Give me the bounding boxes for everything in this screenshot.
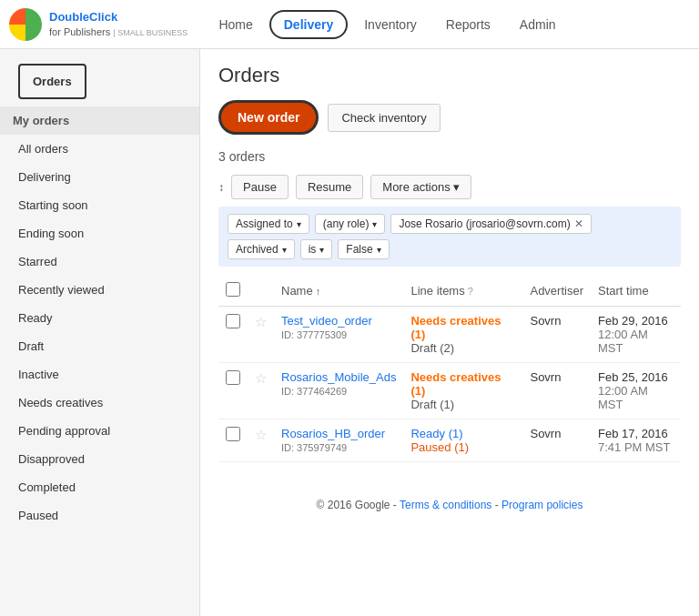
line-items-cell-0: Needs creatives (1)Draft (2) xyxy=(403,307,522,363)
sidebar-item-starting-soon[interactable]: Starting soon xyxy=(0,191,199,219)
start-time-header: Start time xyxy=(591,276,681,307)
sort-arrow-icon[interactable]: ↕ xyxy=(218,181,224,194)
line-items-extra-1: Draft (1) xyxy=(410,398,515,411)
is-filter[interactable]: is ▾ xyxy=(300,239,333,259)
is-arrow-icon: ▾ xyxy=(319,245,324,255)
star-icon-2[interactable]: ☆ xyxy=(255,427,267,442)
advertiser-header: Advertiser xyxy=(522,276,591,307)
sidebar-item-ending-soon[interactable]: Ending soon xyxy=(0,219,199,247)
logo-area: DoubleClick for Publishers | SMALL BUSIN… xyxy=(9,8,187,41)
chevron-down-icon: ▾ xyxy=(453,180,460,194)
terms-link[interactable]: Terms & conditions xyxy=(400,499,491,511)
any-role-label: (any role) xyxy=(323,217,370,230)
archived-filter[interactable]: Archived ▾ xyxy=(228,239,295,259)
advertiser-cell-0: Sovrn xyxy=(522,307,591,363)
sidebar-item-completed[interactable]: Completed xyxy=(0,473,199,501)
any-role-filter[interactable]: (any role) ▾ xyxy=(315,214,386,234)
assigned-to-arrow-icon: ▾ xyxy=(297,219,301,229)
star-icon-1[interactable]: ☆ xyxy=(255,370,267,386)
sidebar-item-recently-viewed[interactable]: Recently viewed xyxy=(0,276,199,304)
table-row: ☆Rosarios_Mobile_AdsID: 377464269Needs c… xyxy=(218,363,681,419)
sidebar-orders-header: Orders xyxy=(18,64,86,99)
user-filter-chip: Jose Rosario (jrosario@sovrn.com) ✕ xyxy=(390,214,591,234)
false-arrow-icon: ▾ xyxy=(377,245,381,255)
layout: Orders My orders All orders Delivering S… xyxy=(0,49,699,616)
nav-delivery[interactable]: Delivery xyxy=(269,10,348,39)
pause-button[interactable]: Pause xyxy=(231,175,289,199)
logo-tag: | SMALL BUSINESS xyxy=(113,28,187,37)
archived-arrow-icon: ▾ xyxy=(282,245,287,255)
assigned-to-filter[interactable]: Assigned to ▾ xyxy=(228,214,309,234)
top-nav: DoubleClick for Publishers | SMALL BUSIN… xyxy=(0,0,699,49)
nav-inventory[interactable]: Inventory xyxy=(351,12,430,37)
remove-user-filter-button[interactable]: ✕ xyxy=(574,217,583,230)
line-items-status-2: Ready (1) xyxy=(410,427,462,440)
false-filter[interactable]: False ▾ xyxy=(338,239,389,259)
row-checkbox-2[interactable] xyxy=(226,427,240,441)
select-all-header xyxy=(218,276,248,307)
name-header: Name ↑ xyxy=(274,276,403,307)
nav-reports[interactable]: Reports xyxy=(433,12,503,37)
resume-button[interactable]: Resume xyxy=(296,175,363,199)
sidebar-item-ready[interactable]: Ready xyxy=(0,304,199,332)
sidebar-item-draft[interactable]: Draft xyxy=(0,332,199,360)
advertiser-cell-1: Sovrn xyxy=(522,363,591,419)
start-time-0: 12:00 AM MST xyxy=(598,328,674,355)
line-items-header: Line items ? xyxy=(403,276,522,307)
orders-table: Name ↑ Line items ? Advertiser Start tim… xyxy=(218,276,681,462)
orders-count: 3 orders xyxy=(218,149,681,164)
row-checkbox-1[interactable] xyxy=(226,370,240,385)
program-policies-link[interactable]: Program policies xyxy=(501,499,582,511)
footer-copyright: © 2016 Google xyxy=(317,499,390,511)
line-items-extra-2: Paused (1) xyxy=(410,440,515,454)
order-name-link-2[interactable]: Rosarios_HB_order xyxy=(281,427,396,440)
assigned-to-label: Assigned to xyxy=(236,217,293,230)
check-inventory-button[interactable]: Check inventory xyxy=(328,104,440,132)
main-nav: Home Delivery Inventory Reports Admin xyxy=(206,10,690,39)
sidebar-item-disapproved[interactable]: Disapproved xyxy=(0,445,199,473)
row-checkbox-0[interactable] xyxy=(226,314,240,328)
line-items-extra-0: Draft (2) xyxy=(410,341,515,355)
false-label: False xyxy=(346,243,372,256)
bulk-actions: ↕ Pause Resume More actions ▾ xyxy=(218,175,681,199)
page-title: Orders xyxy=(218,64,681,87)
sidebar-item-inactive[interactable]: Inactive xyxy=(0,360,199,389)
sidebar: Orders My orders All orders Delivering S… xyxy=(0,49,200,616)
more-actions-button[interactable]: More actions ▾ xyxy=(370,175,471,199)
sidebar-item-starred[interactable]: Starred xyxy=(0,247,199,276)
sidebar-item-paused[interactable]: Paused xyxy=(0,501,199,530)
table-row: ☆Test_video_orderID: 377775309Needs crea… xyxy=(218,307,681,363)
order-name-link-0[interactable]: Test_video_order xyxy=(281,314,396,328)
main-content: Orders New order Check inventory 3 order… xyxy=(200,49,699,616)
sidebar-item-delivering[interactable]: Delivering xyxy=(0,163,199,191)
nav-admin[interactable]: Admin xyxy=(507,12,569,37)
star-icon-0[interactable]: ☆ xyxy=(255,314,267,329)
action-bar: New order Check inventory xyxy=(218,100,681,135)
line-items-cell-1: Needs creatives (1)Draft (1) xyxy=(403,363,522,419)
sidebar-section-title: My orders xyxy=(0,106,199,135)
logo-brand: DoubleClick xyxy=(49,10,117,24)
sidebar-item-pending-approval[interactable]: Pending approval xyxy=(0,417,199,445)
advertiser-cell-2: Sovrn xyxy=(522,419,591,462)
sidebar-item-all-orders[interactable]: All orders xyxy=(0,135,199,163)
logo-subtitle: for Publishers xyxy=(49,26,110,37)
start-date-2: Feb 17, 2016 xyxy=(598,427,674,440)
line-items-help-icon[interactable]: ? xyxy=(468,286,473,297)
new-order-button[interactable]: New order xyxy=(218,100,319,135)
logo-icon xyxy=(9,8,42,41)
filter-row-2: Archived ▾ is ▾ False ▾ xyxy=(228,239,672,259)
line-items-status-1: Needs creatives (1) xyxy=(410,370,501,398)
order-name-link-1[interactable]: Rosarios_Mobile_Ads xyxy=(281,370,396,384)
user-name-label: Jose Rosario (jrosario@sovrn.com) xyxy=(399,217,570,230)
start-time-1: 12:00 AM MST xyxy=(598,384,674,411)
star-header xyxy=(248,276,274,307)
line-items-cell-2: Ready (1)Paused (1) xyxy=(403,419,522,462)
sidebar-item-needs-creatives[interactable]: Needs creatives xyxy=(0,389,199,417)
start-time-cell-2: Feb 17, 20167:41 PM MST xyxy=(591,419,681,462)
start-date-0: Feb 29, 2016 xyxy=(598,314,674,328)
select-all-checkbox[interactable] xyxy=(226,282,240,297)
start-date-1: Feb 25, 2016 xyxy=(598,370,674,384)
nav-home[interactable]: Home xyxy=(206,12,265,37)
name-sort-icon[interactable]: ↑ xyxy=(316,286,321,297)
order-id-2: ID: 375979749 xyxy=(281,442,347,453)
